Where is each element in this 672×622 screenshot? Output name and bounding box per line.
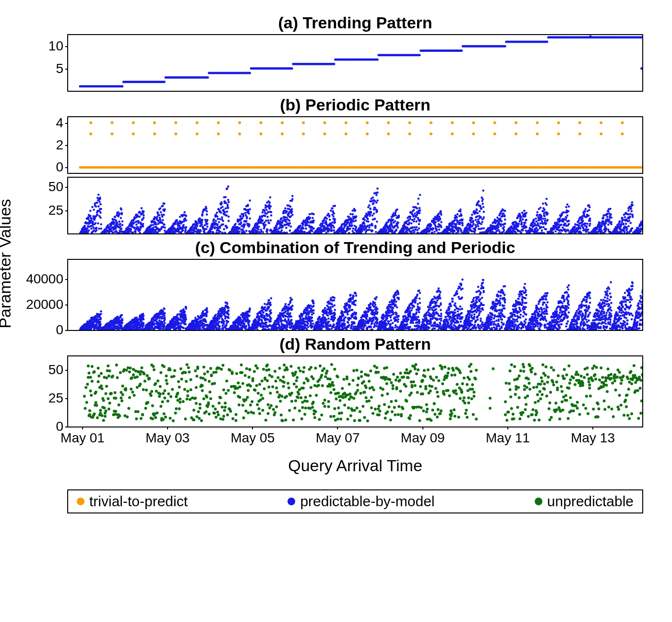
svg-point-9598 <box>588 306 590 308</box>
svg-point-8900 <box>514 321 516 323</box>
svg-point-7128 <box>325 318 328 321</box>
svg-point-11214 <box>616 376 619 378</box>
svg-point-7178 <box>331 303 333 305</box>
svg-point-1384 <box>408 122 411 124</box>
svg-point-3413 <box>418 197 420 200</box>
svg-point-8568 <box>479 300 481 303</box>
svg-point-10608 <box>284 418 287 421</box>
svg-point-7003 <box>312 323 314 325</box>
svg-point-4279 <box>564 228 566 231</box>
svg-point-6545 <box>264 303 266 305</box>
svg-point-2128 <box>201 221 203 224</box>
svg-point-3009 <box>349 213 352 216</box>
svg-point-2917 <box>334 205 336 207</box>
svg-point-10384 <box>168 368 171 371</box>
svg-point-4520 <box>604 226 607 228</box>
svg-point-1393 <box>515 133 517 135</box>
svg-point-11149 <box>582 403 585 406</box>
svg-point-4673 <box>630 230 633 232</box>
svg-point-9607 <box>589 297 591 299</box>
svg-point-10790 <box>374 408 377 411</box>
svg-point-8579 <box>480 317 482 320</box>
svg-point-9803 <box>610 281 612 283</box>
svg-point-3916 <box>503 212 505 215</box>
svg-point-8943 <box>518 295 521 298</box>
svg-point-9315 <box>558 323 560 326</box>
svg-point-10534 <box>247 389 250 392</box>
svg-point-8198 <box>439 297 442 300</box>
svg-point-10638 <box>299 369 302 372</box>
svg-point-6608 <box>270 312 272 314</box>
svg-point-8704 <box>493 317 495 320</box>
svg-point-3390 <box>414 212 416 215</box>
svg-point-8130 <box>432 298 434 300</box>
svg-point-10613 <box>288 386 290 389</box>
svg-point-4048 <box>525 230 527 232</box>
svg-point-11022 <box>518 417 521 420</box>
svg-point-4294 <box>566 214 569 217</box>
svg-point-3746 <box>473 231 476 233</box>
svg-point-7406 <box>355 294 358 297</box>
svg-point-9762 <box>605 303 608 305</box>
svg-point-9883 <box>618 311 621 314</box>
svg-point-3887 <box>497 226 500 228</box>
svg-point-1450 <box>86 227 89 230</box>
svg-point-10053 <box>636 321 639 323</box>
svg-point-9163 <box>542 304 544 306</box>
svg-point-10379 <box>166 382 168 385</box>
svg-point-4051 <box>525 219 528 221</box>
svg-point-11212 <box>614 389 617 391</box>
svg-point-10797 <box>378 404 381 407</box>
svg-point-11064 <box>539 390 541 393</box>
svg-point-10465 <box>210 374 213 377</box>
svg-point-8197 <box>439 323 442 326</box>
svg-point-4676 <box>631 210 633 212</box>
svg-point-133 <box>249 72 251 74</box>
svg-point-4271 <box>562 211 564 214</box>
svg-point-1361 <box>174 133 177 135</box>
svg-point-11194 <box>605 384 608 387</box>
svg-point-8109 <box>430 321 432 324</box>
svg-point-10754 <box>356 407 359 410</box>
svg-point-8688 <box>491 321 493 323</box>
svg-point-10255 <box>104 415 107 418</box>
svg-point-6994 <box>311 320 313 322</box>
svg-point-2602 <box>281 217 283 220</box>
svg-point-2267 <box>224 232 227 233</box>
panel-b-title: (b) Periodic Pattern <box>67 96 643 114</box>
svg-point-7998 <box>418 290 420 292</box>
svg-point-5004 <box>99 317 102 319</box>
svg-point-3167 <box>376 210 378 213</box>
svg-point-10597 <box>280 414 283 416</box>
svg-point-4556 <box>610 221 612 223</box>
svg-point-11133 <box>575 404 577 407</box>
svg-point-10871 <box>414 367 417 370</box>
svg-point-6787 <box>289 302 291 304</box>
svg-point-3165 <box>376 220 378 223</box>
svg-point-6154 <box>222 327 224 329</box>
svg-point-1515 <box>97 205 100 207</box>
svg-point-5801 <box>184 316 187 318</box>
svg-point-10646 <box>303 366 306 369</box>
svg-point-10872 <box>414 363 417 366</box>
svg-point-10953 <box>455 392 458 395</box>
svg-point-7976 <box>415 297 418 299</box>
svg-point-11089 <box>552 368 555 371</box>
svg-point-3287 <box>396 208 398 211</box>
svg-point-10764 <box>360 370 363 373</box>
svg-point-2273 <box>225 202 228 204</box>
svg-point-6599 <box>269 302 272 304</box>
svg-point-10653 <box>306 400 309 402</box>
svg-point-3795 <box>482 189 485 192</box>
svg-point-10391 <box>173 369 176 372</box>
svg-point-10245 <box>100 372 103 375</box>
svg-point-10935 <box>446 371 449 374</box>
svg-point-6207 <box>228 306 230 309</box>
svg-point-4637 <box>624 216 626 219</box>
svg-point-10824 <box>392 384 395 387</box>
svg-point-6144 <box>221 315 223 317</box>
svg-point-1608 <box>113 221 116 224</box>
svg-point-7781 <box>395 301 397 303</box>
svg-point-7916 <box>409 312 411 314</box>
svg-point-6772 <box>288 318 290 320</box>
